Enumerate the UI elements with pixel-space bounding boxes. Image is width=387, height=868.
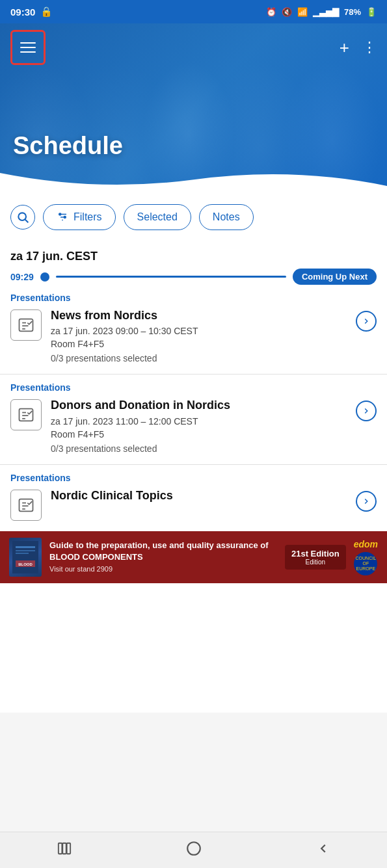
ad-text: Guide to the preparation, use and qualit… xyxy=(49,540,277,574)
home-button[interactable] xyxy=(179,834,209,867)
council-text: COUNCIL OF EUROPE xyxy=(354,556,377,571)
date-header: za 17 jun. CEST xyxy=(0,242,387,269)
hero-section: + ⋮ Schedule xyxy=(0,23,387,192)
signal-icon: ▁▃▅▇ xyxy=(313,7,339,17)
session-date-1: za 17 jun. 2023 11:00 – 12:00 CEST xyxy=(51,416,347,427)
ad-edition-label: Edition xyxy=(291,559,340,566)
session-icon-0 xyxy=(10,309,42,341)
ad-title: Guide to the preparation, use and qualit… xyxy=(49,540,269,562)
coming-up-badge: Coming Up Next xyxy=(293,269,377,285)
add-button[interactable]: + xyxy=(340,38,349,58)
session-arrow-1[interactable] xyxy=(356,401,377,421)
ad-visit: Visit our stand 2909 xyxy=(49,565,113,573)
session-info-1: Donors and Donation in Nordics za 17 jun… xyxy=(51,398,347,453)
search-button[interactable] xyxy=(10,205,35,230)
status-right: ⏰ 🔇 📶 ▁▃▅▇ 78% 🔋 xyxy=(266,7,377,17)
session-arrow-0[interactable] xyxy=(356,311,377,332)
ad-council-logo: COUNCIL OF EUROPE xyxy=(354,552,377,575)
bottom-nav xyxy=(0,832,387,868)
svg-line-1 xyxy=(25,220,29,223)
timeline-line xyxy=(56,276,286,278)
battery-icon: 🔋 xyxy=(366,7,377,17)
session-title-0: News from Nordics xyxy=(51,308,347,323)
svg-point-5 xyxy=(59,213,61,215)
notes-label: Notes xyxy=(213,211,240,223)
svg-rect-28 xyxy=(187,842,200,855)
battery-display: 78% xyxy=(344,7,361,17)
hero-toolbar: + ⋮ xyxy=(0,23,387,72)
time-display: 09:30 xyxy=(10,7,35,18)
main-content: Filters Selected Notes za 17 jun. CEST 0… xyxy=(0,192,387,713)
session-icon-2 xyxy=(10,490,42,521)
svg-text:BLOOD: BLOOD xyxy=(18,562,33,566)
ad-banner[interactable]: BLOOD Guide to the preparation, use and … xyxy=(0,531,387,583)
lock-icon: 🔒 xyxy=(40,6,53,18)
session-room-0: Room F4+F5 xyxy=(51,339,347,349)
ad-edition: 21st Edition Edition xyxy=(285,545,346,570)
svg-rect-27 xyxy=(66,843,70,854)
session-room-1: Room F4+F5 xyxy=(51,429,347,440)
svg-point-6 xyxy=(64,217,66,218)
alarm-icon: ⏰ xyxy=(266,7,276,17)
session-info-2: Nordic Clinical Topics xyxy=(51,488,347,503)
timeline-dot xyxy=(40,272,49,282)
session-card-0: News from Nordics za 17 jun. 2023 09:00 … xyxy=(10,308,377,363)
selected-button[interactable]: Selected xyxy=(124,204,191,230)
hero-actions: + ⋮ xyxy=(340,38,377,58)
session-date-0: za 17 jun. 2023 09:00 – 10:30 CEST xyxy=(51,326,347,336)
session-item-0: Presentations News from Nordics za 17 ju… xyxy=(0,293,387,375)
selected-label: Selected xyxy=(137,211,178,223)
svg-point-0 xyxy=(18,213,26,220)
svg-rect-25 xyxy=(58,843,62,854)
back-button[interactable] xyxy=(310,835,337,866)
session-category-2: Presentations xyxy=(10,473,377,483)
session-title-2: Nordic Clinical Topics xyxy=(51,488,347,503)
ad-edition-text: 21st Edition xyxy=(291,549,340,559)
session-arrow-2[interactable] xyxy=(356,491,377,512)
status-left: 09:30 🔒 xyxy=(10,6,53,18)
filters-label: Filters xyxy=(73,211,102,223)
ad-edom-logo: edom xyxy=(354,539,378,549)
svg-rect-22 xyxy=(16,553,29,554)
session-info-0: News from Nordics za 17 jun. 2023 09:00 … xyxy=(51,308,347,363)
status-bar: 09:30 🔒 ⏰ 🔇 📶 ▁▃▅▇ 78% 🔋 xyxy=(0,0,387,23)
svg-rect-11 xyxy=(20,409,33,421)
wifi-icon: 📶 xyxy=(297,7,308,17)
session-selected-0: 0/3 presentations selected xyxy=(51,353,347,363)
ad-logos: edom COUNCIL OF EUROPE xyxy=(354,539,378,575)
hamburger-icon xyxy=(20,42,36,53)
session-title-1: Donors and Donation in Nordics xyxy=(51,398,347,413)
session-item-1: Presentations Donors and Donation in Nor… xyxy=(0,382,387,464)
session-card-1: Donors and Donation in Nordics za 17 jun… xyxy=(10,398,377,453)
svg-rect-26 xyxy=(62,843,66,854)
more-options-button[interactable]: ⋮ xyxy=(362,39,377,56)
ad-book-cover: BLOOD xyxy=(9,538,42,577)
svg-rect-7 xyxy=(20,319,33,332)
svg-rect-19 xyxy=(12,541,38,573)
timeline-time: 09:29 xyxy=(10,272,38,282)
session-icon-1 xyxy=(10,399,42,430)
recent-apps-button[interactable] xyxy=(51,835,78,866)
timeline-row: 09:29 Coming Up Next xyxy=(0,269,387,285)
notes-button[interactable]: Notes xyxy=(199,204,254,230)
svg-rect-20 xyxy=(16,546,35,548)
svg-rect-21 xyxy=(16,550,35,551)
session-category-1: Presentations xyxy=(10,382,377,393)
mute-icon: 🔇 xyxy=(282,7,292,17)
session-card-2: Nordic Clinical Topics xyxy=(10,488,377,521)
menu-button[interactable] xyxy=(10,30,46,65)
session-selected-1: 0/3 presentations selected xyxy=(51,443,347,454)
session-item-2: Presentations Nordic Clinical Topics xyxy=(0,473,387,531)
svg-rect-15 xyxy=(20,499,33,511)
filter-bar: Filters Selected Notes xyxy=(0,192,387,242)
filters-button[interactable]: Filters xyxy=(43,204,116,230)
session-category-0: Presentations xyxy=(10,293,377,303)
page-title: Schedule xyxy=(13,132,123,160)
hero-wave xyxy=(0,160,387,192)
